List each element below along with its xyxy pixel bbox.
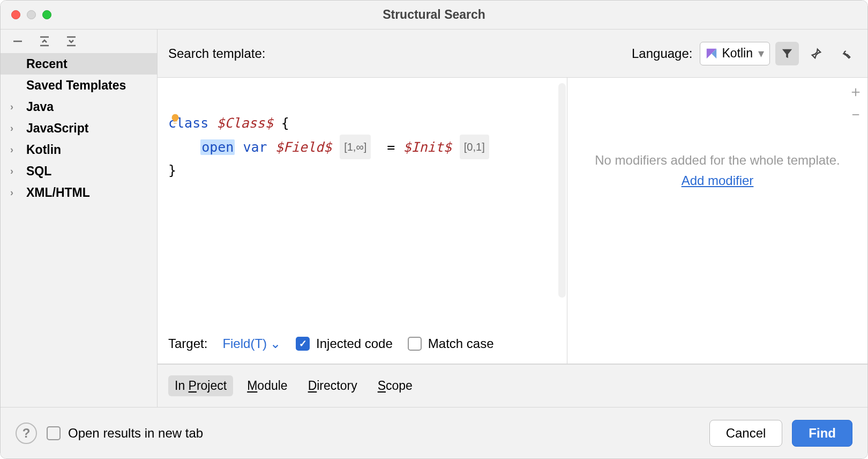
checkbox-icon (408, 337, 422, 351)
chevron-down-icon: ⌄ (270, 336, 281, 351)
checkbox-icon (47, 426, 61, 440)
target-label: Target: (168, 336, 207, 351)
cancel-button[interactable]: Cancel (709, 420, 783, 447)
tools-button[interactable] (833, 42, 857, 65)
target-value: Field(T) (222, 336, 267, 351)
chevron-right-icon: › (10, 123, 13, 134)
sidebar-item-xml-html[interactable]: ›XML/HTML (1, 182, 157, 203)
window-title: Structural Search (1, 8, 867, 22)
editor-footer: Target: Field(T) ⌄ Injected code Match c… (158, 324, 567, 364)
bottom-bar: ? Open results in new tab Cancel Find (1, 407, 867, 458)
scope-tab-scope[interactable]: Scope (371, 375, 419, 396)
injected-code-label: Injected code (316, 336, 393, 351)
help-button[interactable]: ? (16, 423, 37, 444)
window-controls (11, 10, 51, 19)
expand-all-icon[interactable] (38, 35, 51, 48)
funnel-icon (781, 48, 793, 60)
open-results-in-new-tab-checkbox[interactable]: Open results in new tab (47, 426, 203, 441)
sidebar-item-label: Saved Templates (26, 78, 126, 93)
pin-button[interactable] (804, 42, 828, 65)
close-window-icon[interactable] (11, 10, 20, 19)
checkbox-icon (296, 337, 310, 351)
scope-tab-in-project[interactable]: In Project (168, 375, 233, 396)
scope-bar: In ProjectModuleDirectoryScope (158, 364, 867, 407)
sidebar-item-saved-templates[interactable]: Saved Templates (1, 75, 157, 96)
code-brace: { (281, 115, 289, 131)
modifier-panel: ＋ － No modifiers added for the whole tem… (567, 78, 867, 364)
add-modifier-link[interactable]: Add modifier (682, 173, 754, 188)
sidebar-toolbar (1, 29, 157, 53)
kotlin-icon (706, 48, 717, 60)
chevron-right-icon: › (10, 144, 13, 156)
sidebar-item-label: Kotlin (26, 143, 61, 157)
injected-code-checkbox[interactable]: Injected code (296, 336, 393, 351)
search-template-editor[interactable]: class $Class$ { open var $Field$ [1,∞] =… (158, 78, 567, 324)
sidebar-item-javascript[interactable]: ›JavaScript (1, 117, 157, 139)
intention-bulb-icon[interactable] (169, 113, 181, 125)
match-case-checkbox[interactable]: Match case (408, 336, 494, 351)
code-keyword: var (243, 139, 267, 155)
code-variable: $Init$ (403, 139, 451, 155)
count-badge: [1,∞] (340, 135, 371, 159)
chevron-right-icon: › (10, 166, 13, 177)
sidebar-item-label: JavaScript (26, 121, 88, 136)
sidebar-item-label: SQL (26, 164, 51, 179)
sidebar-item-recent[interactable]: Recent (1, 53, 157, 75)
titlebar: Structural Search (1, 1, 867, 29)
mnemonic: S (378, 379, 386, 393)
search-template-bar: Search template: Language: Kotlin ▾ (158, 29, 867, 78)
sidebar-item-kotlin[interactable]: ›Kotlin (1, 139, 157, 160)
open-results-label: Open results in new tab (68, 426, 203, 441)
collapse-icon[interactable] (11, 35, 24, 48)
sidebar-item-label: Java (26, 100, 54, 114)
chevron-right-icon: › (10, 187, 13, 198)
sidebar-item-java[interactable]: ›Java (1, 96, 157, 117)
mnemonic: P (189, 379, 197, 393)
code-brace: } (168, 162, 176, 178)
code-variable: $Field$ (275, 139, 332, 155)
code-eq: = (387, 139, 395, 155)
code-keyword-selected: open (200, 139, 235, 155)
mnemonic: M (247, 379, 257, 393)
filter-button[interactable] (775, 42, 799, 65)
add-modifier-button[interactable]: ＋ (846, 82, 865, 101)
chevron-down-icon: ▾ (758, 47, 764, 61)
code-variable: $Class$ (216, 115, 273, 131)
language-picker[interactable]: Kotlin ▾ (700, 42, 770, 65)
modifier-empty-text: No modifiers added for the whole templat… (595, 153, 840, 168)
count-badge: [0,1] (460, 135, 489, 159)
sidebar-item-sql[interactable]: ›SQL (1, 160, 157, 182)
match-case-label: Match case (428, 336, 494, 351)
scope-tab-module[interactable]: Module (241, 375, 294, 396)
sidebar: RecentSaved Templates›Java›JavaScript›Ko… (1, 29, 158, 407)
remove-modifier-button: － (846, 105, 865, 124)
language-value: Kotlin (722, 46, 753, 61)
pin-icon (810, 48, 822, 60)
minimize-window-icon[interactable] (27, 10, 36, 19)
target-picker[interactable]: Field(T) ⌄ (222, 336, 281, 351)
template-tree: RecentSaved Templates›Java›JavaScript›Ko… (1, 53, 157, 203)
find-button[interactable]: Find (792, 420, 852, 447)
scrollbar[interactable] (558, 83, 566, 298)
chevron-right-icon: › (10, 101, 13, 113)
search-template-label: Search template: (168, 46, 265, 61)
mnemonic: D (308, 379, 317, 393)
sidebar-item-label: Recent (26, 57, 68, 71)
editor-wrap: class $Class$ { open var $Field$ [1,∞] =… (158, 78, 567, 364)
collapse-all-icon[interactable] (65, 35, 78, 48)
svg-marker-7 (782, 49, 792, 58)
sidebar-item-label: XML/HTML (26, 186, 90, 200)
scope-tab-directory[interactable]: Directory (302, 375, 364, 396)
wrench-icon (839, 48, 851, 60)
language-label: Language: (632, 46, 692, 61)
maximize-window-icon[interactable] (42, 10, 51, 19)
